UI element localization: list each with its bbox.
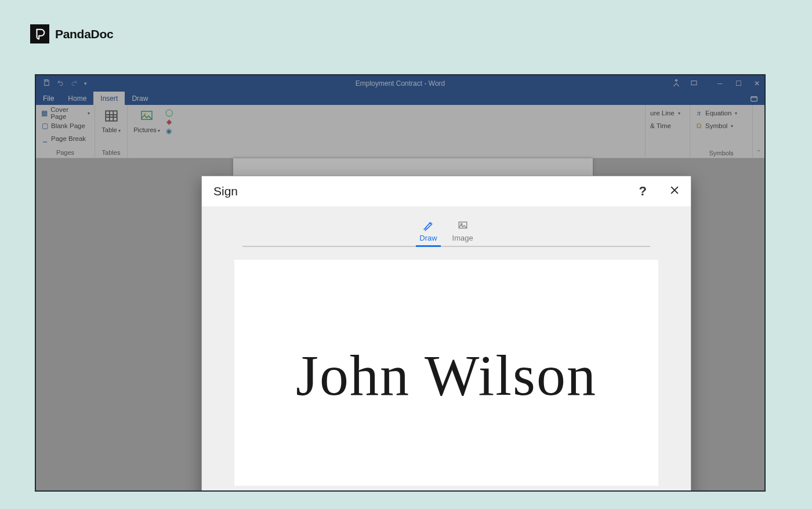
ribbon-group-symbols: π Equation▾ Ω Symbol▾ Symbols [690,105,753,158]
share-icon[interactable] [749,92,759,105]
image-icon [456,220,470,231]
tab-draw[interactable]: Draw [125,92,155,105]
close-button[interactable] [669,184,680,198]
model3d-icon[interactable]: ◉ [165,127,173,135]
svg-rect-1 [691,81,697,85]
word-titlebar: ▾ Employment Contract - Word ─ ☐ ✕ [36,75,764,92]
pandadoc-logo: PandaDoc [30,24,113,43]
svg-rect-3 [106,111,117,121]
touch-mode-icon[interactable] [672,79,680,89]
tab-insert[interactable]: Insert [93,92,125,105]
pictures-icon [138,107,155,125]
ribbon-group-tables: Table▾ Tables [95,105,128,158]
signature-text: John Wilson [296,342,597,409]
ribbon-group-label: Pages [41,149,90,158]
ribbon-group-text-partial: ure Line▾ & Time [645,105,690,158]
ribbon-group-label: Symbols [695,150,748,158]
tab-draw-label: Draw [419,234,437,242]
window-close-button[interactable]: ✕ [753,79,761,88]
undo-icon[interactable] [56,79,64,88]
cover-page-icon: ▦ [41,109,48,117]
dialog-header: Sign ? [202,176,691,206]
equation-icon: π [695,109,703,117]
date-time-button[interactable]: & Time [650,120,680,132]
tab-home[interactable]: Home [61,92,93,105]
pictures-button[interactable]: Pictures▾ [132,107,161,133]
tab-draw[interactable]: Draw [419,220,437,246]
word-window: ▾ Employment Contract - Word ─ ☐ ✕ File … [35,74,766,492]
page-break-button[interactable]: ⎯ Page Break [41,133,90,144]
shapes-icon[interactable]: ◯ [165,108,173,117]
pandadoc-logo-icon [30,24,49,43]
signature-line-button[interactable]: ure Line▾ [650,107,680,119]
minimize-button[interactable]: ─ [716,79,724,88]
equation-button[interactable]: π Equation▾ [695,107,737,119]
help-button[interactable]: ? [639,185,647,198]
ribbon-display-icon[interactable] [690,79,698,88]
dialog-title: Sign [213,184,238,198]
tab-file[interactable]: File [36,92,61,105]
save-icon[interactable] [43,79,50,88]
table-button[interactable]: Table▾ [100,107,122,133]
ribbon-group-illustrations: Pictures▾ ◯ ◆ ◉ [128,105,177,158]
word-ribbon-tabs: File Home Insert Draw [36,92,764,105]
pen-icon [421,220,435,231]
smartart-icon[interactable]: ◆ [165,118,173,126]
tab-image-label: Image [452,234,473,242]
ribbon-group-label: Tables [100,149,122,158]
word-ribbon: ▦ Cover Page▾ ▢ Blank Page ⎯ Page Break … [36,105,764,158]
maximize-button[interactable]: ☐ [734,79,742,88]
redo-icon[interactable] [70,79,78,88]
tab-image[interactable]: Image [452,220,473,246]
qat-more-icon[interactable]: ▾ [84,81,87,86]
svg-rect-0 [45,80,48,82]
blank-page-icon: ▢ [41,122,49,130]
signature-canvas[interactable]: John Wilson [234,260,658,486]
quick-access-toolbar: ▾ [36,79,87,88]
pandadoc-logo-text: PandaDoc [55,27,113,41]
symbol-button[interactable]: Ω Symbol▾ [695,120,737,132]
cover-page-button[interactable]: ▦ Cover Page▾ [41,107,90,119]
signature-mode-tabs: Draw Image [242,214,650,247]
table-icon [103,107,120,125]
page-break-icon: ⎯ [41,134,49,143]
ribbon-group-pages: ▦ Cover Page▾ ▢ Blank Page ⎯ Page Break … [36,105,95,158]
symbol-icon: Ω [695,122,703,130]
window-title: Employment Contract - Word [36,79,764,88]
sign-dialog: Sign ? Draw Im [201,176,691,492]
blank-page-button[interactable]: ▢ Blank Page [41,120,90,132]
collapse-ribbon-icon[interactable]: ⌃ [756,149,761,155]
